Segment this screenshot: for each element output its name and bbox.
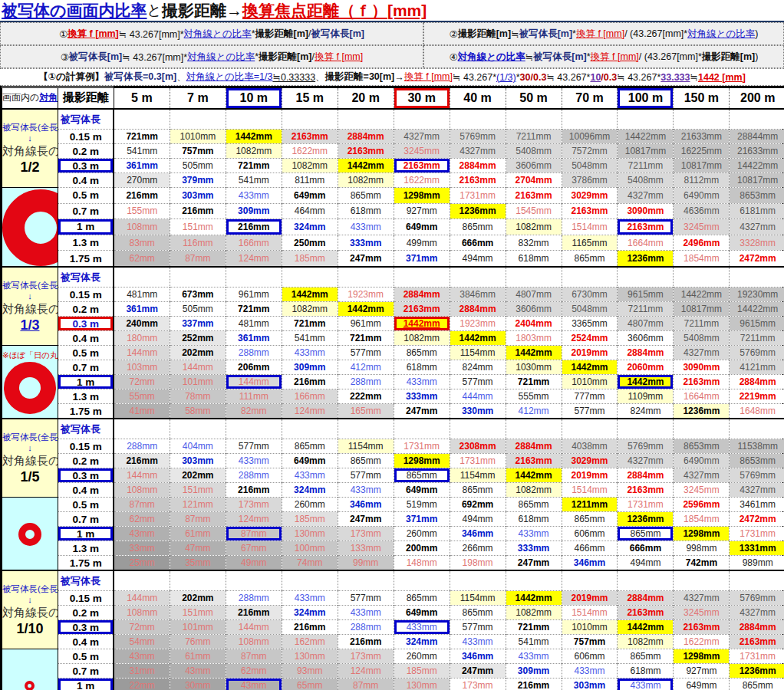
empty-cell [618,419,674,439]
focal-cell: 2019mm [562,346,618,360]
focal-cell: 10817mm [674,159,730,173]
focal-cell: 494mm [450,251,506,267]
focal-cell: 649mm [394,219,450,235]
title-segment: → [226,2,242,20]
focal-cell: 100mm [282,541,338,556]
focal-cell: 1298mm [394,454,450,468]
focal-cell: 721mm [338,331,394,346]
focal-cell: 116mm [170,235,226,251]
focal-cell: 433mm [338,606,394,620]
focal-cell: 206mm [226,360,282,375]
empty-cell [114,419,170,439]
focal-cell: 288mm [338,620,394,635]
focal-cell: 2884mm [618,468,674,483]
focal-cell: 61mm [170,527,226,541]
focal-cell: 1854mm [674,251,730,267]
focal-cell: 1082mm [282,302,338,317]
distance-col-70m: 70 m [562,87,618,109]
example-segment: ≒0.33333 [272,71,315,83]
subject-length-0.4m: 0.4 m [58,331,114,346]
focal-cell: 1648mm [730,404,784,419]
focal-cell: 1514mm [562,483,618,498]
focal-cell: 1854mm [674,512,730,527]
empty-cell [114,570,170,591]
conversion-table: 画面内の対角線との比率撮影距離5 m7 m10 m15 m20 m30 m40 … [2,87,784,690]
formula-segment: / (43.267[mm]* [624,28,687,39]
empty-cell [394,570,450,591]
focal-cell: 865mm [450,219,506,235]
focal-cell: 1082mm [338,173,394,188]
focal-cell: 1923mm [338,288,394,302]
focal-cell: 433mm [506,527,562,541]
focal-cell: 961mm [338,317,394,331]
focal-cell: 10817mm [618,144,674,159]
focal-cell: 2884mm [618,591,674,606]
focal-cell: 1298mm [394,188,450,204]
focal-cell: 606mm [562,527,618,541]
formula-segment: 換算 f [mm] [68,28,119,41]
focal-cell: 1442mm [562,360,618,375]
subject-length-1.75m: 1.75 m [58,404,114,419]
focal-cell: 649mm [282,188,338,204]
calculation-example: 【①の計算例】被写体長=0.3[m]、対角線との比率=1/3≒0.33333、撮… [0,69,784,86]
formula-segment: / (43.267[mm]* [639,51,702,62]
focal-cell: 2019mm [562,468,618,483]
focal-cell: 777mm [562,389,618,404]
focal-cell: 3606mm [618,331,674,346]
focal-cell: 2596mm [674,498,730,512]
focal-cell: 464mm [282,203,338,219]
focal-cell: 577mm [450,375,506,389]
formula-segment: 対角線との比率 [458,51,525,64]
focal-cell: 4636mm [674,203,730,219]
focal-cell: 10096mm [562,130,618,144]
focal-cell: 25mm [114,556,170,571]
formula-segment: ) [755,51,758,62]
subject-length-1m: 1 m [58,375,114,389]
focal-cell: 1298mm [674,649,730,664]
focal-cell: 2163mm [674,375,730,389]
focal-cell: 1731mm [730,527,784,541]
focal-cell: 865mm [338,454,394,468]
example-segment: /0.3 [601,72,617,83]
formula-segment: 撮影距離[m] [702,51,755,64]
focal-cell: 288mm [226,591,282,606]
focal-cell: 10817mm [674,302,730,317]
focal-cell: 216mm [338,635,394,649]
focal-cell: 481mm [226,317,282,331]
ratio-line: 被写体長(全長など) [2,583,58,595]
focal-cell: 144mm [114,468,170,483]
focal-cell: 337mm [170,317,226,331]
distance-col-200m: 200 m [730,87,784,109]
subject-length-header: 被写体長 [58,419,114,439]
focal-cell: 166mm [282,389,338,404]
empty-cell [730,419,784,439]
example-segment: 、 [315,71,325,84]
focal-cell: 216mm [282,620,338,635]
empty-cell [394,109,450,130]
focal-cell: 4327mm [674,468,730,483]
focal-cell: 1082mm [226,144,282,159]
focal-cell: 6730mm [562,288,618,302]
focal-cell: 19230mm [730,288,784,302]
focal-cell: 260mm [282,498,338,512]
focal-cell: 202mm [170,468,226,483]
focal-cell: 1010mm [170,130,226,144]
focal-cell: 2163mm [730,635,784,649]
focal-cell: 865mm [618,649,674,664]
focal-cell: 1236mm [618,251,674,267]
focal-cell: 144mm [114,346,170,360]
focal-cell: 1236mm [674,404,730,419]
ratio-line: 対角線長の [2,143,58,159]
subject-length-0.15m: 0.15 m [58,288,114,302]
ratio-fraction: 1/10 [2,620,58,637]
focal-cell: 433mm [282,591,338,606]
focal-cell: 1442mm [506,346,562,360]
focal-cell: 7211mm [506,130,562,144]
focal-cell: 865mm [394,591,450,606]
example-segment: ≒ 43.267* [546,71,590,83]
focal-cell: 433mm [450,635,506,649]
empty-cell [282,419,338,439]
focal-cell: 3029mm [562,188,618,204]
focal-cell: 721mm [226,159,282,173]
focal-cell: 499mm [394,235,450,251]
